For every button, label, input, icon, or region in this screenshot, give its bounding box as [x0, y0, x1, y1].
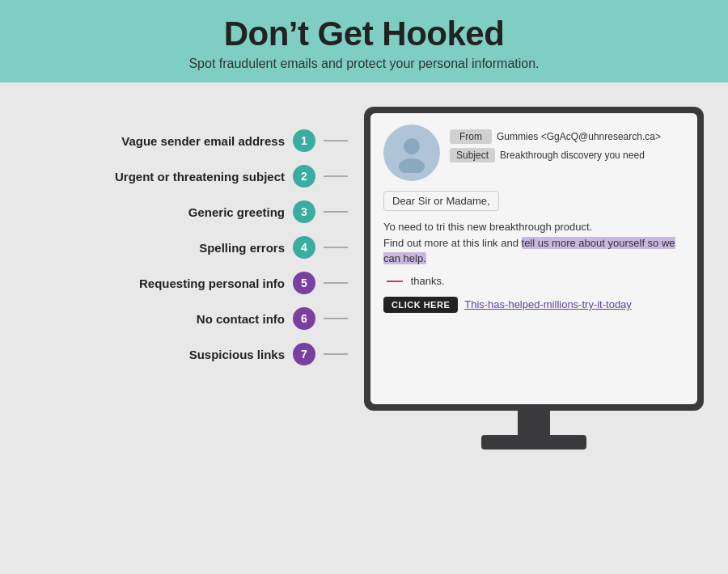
from-value: Gummies <GgAcQ@uhnresearch.ca> — [497, 131, 661, 142]
badge-5: 5 — [293, 272, 315, 294]
subject-label: Subject — [450, 148, 495, 162]
from-row: From Gummies <GgAcQ@uhnresearch.ca> — [450, 129, 684, 144]
label-1-text: Vague sender email address — [121, 134, 285, 148]
label-6-text: No contact info — [197, 312, 285, 326]
email-header: From Gummies <GgAcQ@uhnresearch.ca> Subj… — [383, 125, 684, 181]
connector-6 — [324, 318, 348, 319]
label-row-2: Urgent or threatening subject 2 — [40, 158, 348, 194]
monitor-base — [481, 435, 586, 449]
connector-1 — [324, 140, 348, 141]
label-row-6: No contact info 6 — [40, 301, 348, 336]
connector-2 — [324, 175, 348, 177]
badge-4: 4 — [293, 236, 315, 259]
email-thanks: thanks. — [383, 275, 684, 287]
click-here-button[interactable]: CLICK HERE — [383, 297, 458, 313]
svg-point-1 — [399, 158, 425, 173]
header: Don’t Get Hooked Spot fraudulent emails … — [0, 0, 728, 82]
subtitle: Spot fraudulent emails and protect your … — [0, 57, 728, 71]
connector-7 — [324, 353, 348, 355]
label-2-text: Urgent or threatening subject — [115, 170, 285, 184]
badge-3: 3 — [293, 200, 315, 223]
subject-value: Breakthrough discovery you need — [500, 150, 645, 161]
suspicious-url[interactable]: This-has-helped-millions-try-it-today — [464, 298, 632, 310]
label-7-text: Suspicious links — [189, 348, 285, 361]
label-row-5: Requesting personal info 5 — [40, 265, 348, 301]
badge-2: 2 — [293, 165, 315, 188]
badge-7: 7 — [293, 343, 315, 365]
label-5-text: Requesting personal info — [139, 276, 285, 290]
svg-point-0 — [404, 138, 420, 154]
label-row-4: Spelling errors 4 — [40, 230, 348, 265]
badge-6: 6 — [293, 307, 315, 330]
from-label: From — [450, 129, 492, 144]
connector-5 — [324, 282, 348, 284]
monitor-neck — [518, 411, 550, 435]
connector-4 — [324, 247, 348, 248]
avatar — [383, 125, 440, 181]
connector-3 — [324, 211, 348, 213]
main-title: Don’t Get Hooked — [0, 15, 728, 53]
thanks-text: thanks. — [411, 275, 445, 287]
email-link-row[interactable]: CLICK HERE This-has-helped-millions-try-… — [383, 297, 684, 313]
labels-list: Vague sender email address 1 Urgent or t… — [40, 107, 348, 372]
thanks-line-decoration — [387, 281, 403, 282]
label-4-text: Spelling errors — [199, 241, 285, 255]
label-row-7: Suspicious links 7 — [40, 336, 348, 372]
monitor: From Gummies <GgAcQ@uhnresearch.ca> Subj… — [364, 107, 704, 411]
monitor-wrapper: From Gummies <GgAcQ@uhnresearch.ca> Subj… — [364, 107, 704, 449]
badge-1: 1 — [293, 129, 315, 152]
label-3-text: Generic greeting — [188, 205, 285, 219]
email-greeting: Dear Sir or Madame, — [383, 191, 499, 211]
label-row-3: Generic greeting 3 — [40, 194, 348, 230]
label-row-1: Vague sender email address 1 — [40, 123, 348, 158]
email-body: Yo need to tri this new breakthrough pro… — [383, 219, 684, 267]
email-fields: From Gummies <GgAcQ@uhnresearch.ca> Subj… — [450, 125, 684, 162]
monitor-screen: From Gummies <GgAcQ@uhnresearch.ca> Subj… — [370, 113, 697, 404]
subject-row: Subject Breakthrough discovery you need — [450, 148, 684, 162]
